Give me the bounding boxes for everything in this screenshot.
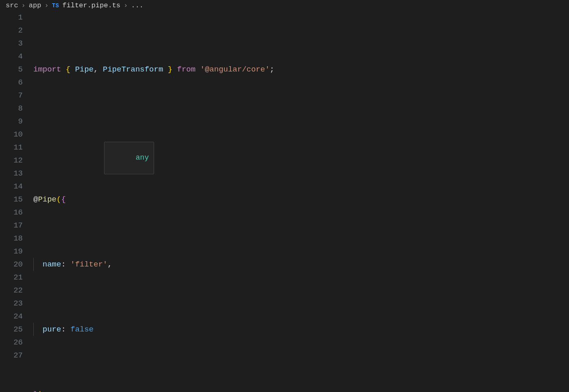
line-number: 5	[0, 63, 23, 76]
code-editor[interactable]: 1234567891011121314151617181920212223242…	[0, 11, 569, 392]
line-number: 1	[0, 11, 23, 24]
line-number: 6	[0, 76, 23, 89]
line-number: 11	[0, 141, 23, 154]
line-number: 22	[0, 284, 23, 297]
line-number: 9	[0, 115, 23, 128]
boolean: false	[70, 325, 93, 334]
line-number: 20	[0, 258, 23, 271]
decorator-at: @	[33, 195, 38, 204]
line-number: 10	[0, 128, 23, 141]
property: pure	[43, 325, 61, 334]
line-number: 15	[0, 193, 23, 206]
code-line[interactable]: })	[33, 388, 569, 392]
chevron-right-icon: ›	[44, 2, 48, 9]
line-number: 26	[0, 336, 23, 349]
breadcrumb-item-file[interactable]: filter.pipe.ts	[62, 2, 120, 9]
hover-tooltip-text: any	[136, 154, 149, 162]
line-number: 7	[0, 89, 23, 102]
line-number: 17	[0, 219, 23, 232]
code-area[interactable]: import { Pipe, PipeTransform } from '@an…	[33, 11, 569, 392]
line-number: 2	[0, 24, 23, 37]
line-number: 12	[0, 154, 23, 167]
line-number: 27	[0, 349, 23, 362]
code-line[interactable]: import { Pipe, PipeTransform } from '@an…	[33, 63, 569, 76]
line-number: 18	[0, 232, 23, 245]
string: 'filter'	[70, 260, 107, 269]
line-number: 8	[0, 102, 23, 115]
line-number: 16	[0, 206, 23, 219]
breadcrumb-item-app[interactable]: app	[29, 2, 41, 9]
decorator-name: Pipe	[38, 195, 56, 204]
typescript-badge-icon: TS	[52, 2, 59, 9]
breadcrumb-overflow[interactable]: ...	[131, 2, 143, 9]
line-number: 24	[0, 310, 23, 323]
line-number: 4	[0, 50, 23, 63]
code-line[interactable]	[33, 128, 569, 141]
keyword: import	[33, 65, 61, 74]
chevron-right-icon: ›	[22, 2, 26, 9]
string: '@angular/core'	[200, 65, 270, 74]
keyword: from	[177, 65, 196, 74]
property: name	[43, 260, 61, 269]
identifier: PipeTransform	[103, 65, 163, 74]
line-number: 25	[0, 323, 23, 336]
code-line[interactable]: name: 'filter',	[33, 258, 569, 271]
code-line[interactable]: @Pipe({	[33, 193, 569, 206]
line-number: 19	[0, 245, 23, 258]
code-line[interactable]: pure: false	[33, 323, 569, 336]
breadcrumb: src › app › TS filter.pipe.ts › ...	[0, 0, 569, 11]
line-number: 13	[0, 167, 23, 180]
chevron-right-icon: ›	[124, 2, 128, 9]
line-number: 14	[0, 180, 23, 193]
line-number-gutter: 1234567891011121314151617181920212223242…	[0, 11, 33, 392]
line-number: 23	[0, 297, 23, 310]
breadcrumb-item-src[interactable]: src	[6, 2, 18, 9]
hover-tooltip: any	[104, 142, 154, 174]
line-number: 3	[0, 37, 23, 50]
identifier: Pipe	[75, 65, 94, 74]
line-number: 21	[0, 271, 23, 284]
